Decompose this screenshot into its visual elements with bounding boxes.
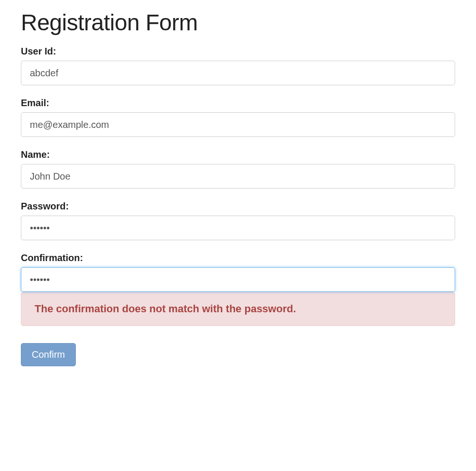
confirmation-group: Confirmation: The confirmation does not …: [21, 253, 455, 326]
page-title: Registration Form: [21, 9, 455, 36]
confirmation-label: Confirmation:: [21, 253, 455, 263]
password-input[interactable]: [21, 216, 455, 240]
user-id-label: User Id:: [21, 46, 455, 57]
name-group: Name:: [21, 149, 455, 189]
email-input[interactable]: [21, 112, 455, 137]
email-group: Email:: [21, 98, 455, 137]
name-label: Name:: [21, 149, 455, 160]
password-group: Password:: [21, 201, 455, 240]
error-message: The confirmation does not match with the…: [21, 292, 455, 326]
user-id-group: User Id:: [21, 46, 455, 85]
password-label: Password:: [21, 201, 455, 212]
name-input[interactable]: [21, 164, 455, 189]
email-label: Email:: [21, 98, 455, 109]
user-id-input[interactable]: [21, 61, 455, 85]
confirmation-input[interactable]: [21, 267, 455, 292]
confirm-button[interactable]: Confirm: [21, 343, 76, 366]
